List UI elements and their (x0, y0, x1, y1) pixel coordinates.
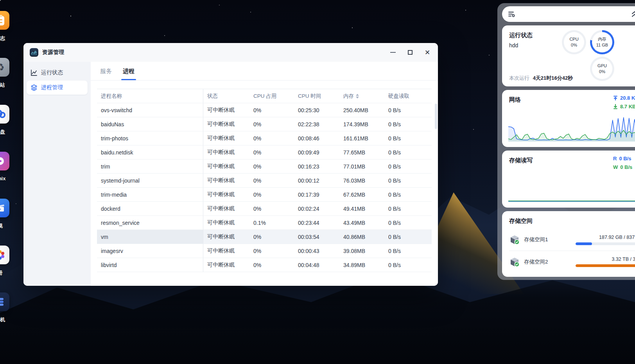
sort-icon (356, 94, 359, 99)
process-cpu: 0% (249, 160, 294, 173)
table-row[interactable]: resmon_service可中断休眠0.1%00:23:4443.49MB0 … (97, 216, 432, 230)
table-row[interactable]: vm可中断休眠0%00:03:5440.86MB0 B/s (97, 230, 432, 244)
process-status: 可中断休眠 (203, 160, 249, 173)
wallpaper-stars (0, 0, 1, 1)
process-status: 可中断休眠 (203, 216, 249, 230)
table-row[interactable]: baiduNas可中断休眠0%02:22:38174.39MB0 B/s (97, 117, 432, 131)
process-cpu-time: 00:00:43 (294, 244, 339, 258)
process-table: 进程名称状态CPU 占用CPU 时间内存硬盘读取ovs-vswitchd可中断休… (97, 89, 432, 272)
column-header[interactable]: 内存 (339, 89, 384, 103)
table-row[interactable]: trim可中断休眠0%00:16:2377.01MB0 B/s (97, 160, 432, 174)
process-cpu-time: 00:16:23 (294, 160, 339, 173)
process-memory: 43.49MB (339, 216, 384, 230)
widget-toolbar (502, 6, 635, 22)
process-disk-read: 0 B/s (384, 160, 432, 173)
process-memory: 34.89MB (339, 258, 384, 272)
sidebar-item-status[interactable]: 运行状态 (27, 66, 88, 80)
column-header[interactable]: 状态 (203, 89, 249, 103)
process-disk-read: 0 B/s (384, 188, 432, 201)
widget-settings-icon[interactable] (508, 10, 515, 18)
column-header[interactable]: 进程名称 (97, 89, 203, 103)
write-prefix: W (613, 164, 618, 170)
process-cpu: 0% (249, 244, 294, 258)
process-cpu-time: 00:02:24 (294, 202, 339, 215)
table-row[interactable]: dockerd可中断休眠0%00:02:2449.41MB0 B/s (97, 202, 432, 216)
process-status: 可中断休眠 (203, 103, 249, 117)
process-status: 可中断休眠 (203, 188, 249, 201)
process-status: 可中断休眠 (203, 258, 249, 272)
process-disk-read: 0 B/s (384, 131, 432, 145)
read-rate: 0 B/s (619, 156, 631, 161)
volume-usage: 187.92 GB / 837.23 GB (576, 235, 635, 240)
desktop-icon-netdisk[interactable]: 牛版网盘 (0, 105, 10, 136)
process-memory: 161.61MB (339, 131, 384, 145)
process-disk-read: 0 B/s (384, 117, 432, 131)
tab-services[interactable]: 服务 (100, 68, 112, 80)
column-header[interactable]: 硬盘读取 (384, 89, 432, 103)
collapse-chevrons-icon[interactable] (631, 10, 635, 18)
table-row[interactable]: trim-media可中断休眠0%00:17:3967.62MB0 B/s (97, 188, 432, 202)
process-name: trim (97, 160, 203, 173)
table-row[interactable]: systemd-journal可中断休眠0%00:00:1276.03MB0 B… (97, 174, 432, 188)
process-name: trim-photos (97, 131, 203, 145)
minimize-button[interactable] (387, 47, 399, 58)
desktop-icon-vm[interactable]: 拟机 (0, 292, 10, 323)
disk-io-card: 存储读写 R0 B/s W0 B/s (502, 151, 635, 208)
process-name: trim-media (97, 188, 203, 201)
memory-ring: 内存11 GB (590, 30, 614, 54)
memory-ring-value: 11 GB (596, 42, 608, 48)
desktop-icon-photos[interactable]: 册 (0, 246, 10, 276)
table-row[interactable]: baidu.netdisk可中断休眠0%00:09:4977.65MB0 B/s (97, 145, 432, 160)
process-status: 可中断休眠 (203, 244, 249, 258)
storage-volume-1[interactable]: 存储空间1187.92 GB / 837.23 GB (509, 229, 635, 251)
vertical-scrollbar[interactable] (435, 104, 437, 129)
volume-name: 存储空间2 (524, 258, 548, 265)
process-memory: 39.08MB (339, 244, 384, 258)
gpu-ring-label: GPU (597, 63, 607, 69)
table-row[interactable]: trim-photos可中断休眠0%00:08:46161.61MB0 B/s (97, 131, 432, 145)
write-rate: 0 B/s (620, 164, 632, 170)
column-header[interactable]: CPU 占用 (249, 89, 294, 103)
sidebar-item-label: 运行状态 (41, 69, 63, 76)
storage-card: 存储空间 存储空间1187.92 GB / 837.23 GB存储空间23.32… (502, 211, 635, 277)
tab-processes[interactable]: 进程 (123, 68, 135, 80)
process-cpu: 0% (249, 131, 294, 145)
tab-bar: 服务进程 (91, 62, 438, 81)
volume-name: 存储空间1 (524, 236, 548, 243)
process-cpu: 0% (249, 117, 294, 131)
read-prefix: R (613, 156, 617, 161)
network-card: 网络 20.8 KB/s 8.7 KB/s (502, 90, 635, 147)
sidebar-item-label: 进程管理 (41, 84, 63, 91)
desktop-icon-downix[interactable]: wnix (0, 152, 10, 181)
resource-manager-window: 资源管理 ✕ 运行状态进程管理 服务进程 进程名称状态CPU 占用CPU 时间内… (23, 43, 438, 286)
process-name: dockerd (97, 202, 203, 215)
process-memory: 77.01MB (339, 160, 384, 173)
window-title: 资源管理 (42, 49, 64, 56)
process-disk-read: 0 B/s (384, 258, 432, 272)
sidebar-item-process[interactable]: 进程管理 (27, 81, 88, 95)
table-row[interactable]: ovs-vswitchd可中断休眠0%00:25:30250.40MB0 B/s (97, 103, 432, 117)
desktop-icon-label: 册 (0, 269, 10, 276)
process-disk-read: 0 B/s (384, 230, 432, 244)
volume-progressbar (576, 242, 635, 245)
storage-volume-2[interactable]: 存储空间23.32 TB / 3.64 TB (509, 251, 635, 273)
table-row[interactable]: imagesrv可中断休眠0%00:00:4339.08MB0 B/s (97, 244, 432, 258)
desktop-icon-label: wnix (0, 176, 10, 181)
maximize-button[interactable] (404, 47, 416, 58)
column-header[interactable]: CPU 时间 (294, 89, 339, 103)
desktop-icon-video[interactable]: 视 (0, 199, 10, 230)
table-header-row: 进程名称状态CPU 占用CPU 时间内存硬盘读取 (97, 89, 432, 103)
desktop-icon-logs[interactable]: 日志 (0, 11, 10, 42)
close-button[interactable]: ✕ (422, 47, 433, 58)
process-disk-read: 0 B/s (384, 244, 432, 258)
process-status: 可中断休眠 (203, 145, 249, 159)
status-card: 运行状态 hdd CPU0% 内存11 GB GPU0% 本次运行 4天21时1… (502, 25, 635, 86)
cpu-ring-value: 0% (571, 42, 577, 48)
volume-icon (509, 256, 520, 267)
close-icon: ✕ (425, 49, 430, 56)
process-status: 可中断休眠 (203, 202, 249, 215)
app-icon (30, 48, 38, 57)
desktop-icon-recycle[interactable]: ♻收站 (0, 58, 10, 89)
window-titlebar[interactable]: 资源管理 ✕ (23, 43, 438, 62)
table-row[interactable]: libvirtd可中断休眠0%00:04:4834.89MB0 B/s (97, 258, 432, 272)
